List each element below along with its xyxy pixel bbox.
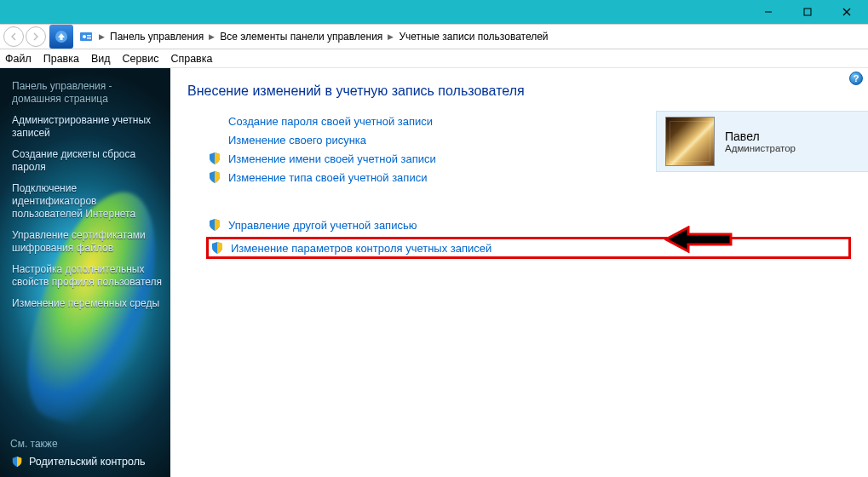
- sidebar-link[interactable]: Подключение идентификаторов пользователе…: [12, 182, 164, 221]
- parental-control-link[interactable]: Родительский контроль: [10, 455, 164, 468]
- sidebar-link[interactable]: Создание дискеты сброса пароля: [12, 148, 164, 174]
- current-user-tile[interactable]: Павел Администратор: [656, 111, 868, 172]
- breadcrumb-middle[interactable]: Все элементы панели управления: [220, 31, 382, 43]
- window-titlebar: [0, 0, 868, 24]
- close-button[interactable]: [827, 0, 866, 24]
- link-change-type[interactable]: Изменение типа своей учетной записи: [228, 171, 427, 184]
- menu-service[interactable]: Сервис: [123, 53, 159, 65]
- svg-rect-7: [87, 35, 91, 37]
- chevron-right-icon: ▶: [209, 32, 215, 41]
- link-manage-other[interactable]: Управление другой учетной записью: [228, 219, 417, 232]
- maximize-button[interactable]: [788, 0, 827, 24]
- chevron-right-icon: ▶: [99, 32, 105, 41]
- main-area: Панель управления - домашняя страница Ад…: [0, 68, 868, 477]
- minimize-button[interactable]: [749, 0, 788, 24]
- back-button[interactable]: [3, 26, 24, 47]
- up-button[interactable]: [49, 25, 73, 49]
- link-change-picture[interactable]: Изменение своего рисунка: [228, 134, 366, 147]
- annotation-arrow-icon: [664, 226, 733, 253]
- see-also-label: См. также: [10, 438, 164, 450]
- help-icon[interactable]: ?: [849, 72, 863, 85]
- shield-icon: [208, 152, 221, 165]
- menu-edit[interactable]: Правка: [43, 53, 79, 65]
- sidebar-link[interactable]: Изменение переменных среды: [12, 297, 164, 310]
- sidebar-home-link[interactable]: Панель управления - домашняя страница: [12, 80, 164, 106]
- breadcrumb[interactable]: ▶ Панель управления ▶ Все элементы панел…: [99, 31, 865, 43]
- menu-view[interactable]: Вид: [91, 53, 111, 65]
- navigation-bar: ▶ Панель управления ▶ Все элементы панел…: [0, 24, 868, 49]
- user-picture: [665, 117, 715, 166]
- user-role: Администратор: [725, 143, 796, 153]
- sidebar-link[interactable]: Управление сертификатами шифрования файл…: [12, 229, 164, 255]
- breadcrumb-current[interactable]: Учетные записи пользователей: [399, 31, 548, 43]
- shield-icon: [210, 241, 224, 255]
- shield-icon: [208, 218, 221, 232]
- svg-rect-8: [87, 37, 91, 39]
- sidebar-link[interactable]: Администрирование учетных записей: [12, 114, 164, 140]
- link-change-uac[interactable]: Изменение параметров контроля учетных за…: [231, 242, 491, 255]
- link-change-name[interactable]: Изменение имени своей учетной записи: [228, 152, 436, 165]
- parental-control-label: Родительский контроль: [29, 456, 145, 468]
- menu-file[interactable]: Файл: [5, 53, 32, 65]
- menu-help[interactable]: Справка: [170, 53, 212, 65]
- chevron-right-icon: ▶: [388, 32, 394, 41]
- forward-button[interactable]: [26, 26, 46, 47]
- shield-icon: [208, 170, 221, 184]
- highlighted-link-row: Изменение параметров контроля учетных за…: [206, 237, 851, 259]
- content-pane: ? Внесение изменений в учетную запись по…: [170, 68, 868, 477]
- sidebar: Панель управления - домашняя страница Ад…: [0, 68, 170, 477]
- svg-point-6: [83, 35, 86, 38]
- control-panel-icon: [78, 29, 94, 44]
- svg-rect-1: [804, 9, 811, 15]
- link-create-password[interactable]: Создание пароля своей учетной записи: [228, 115, 433, 128]
- shield-icon: [10, 455, 24, 468]
- user-name: Павел: [725, 129, 796, 143]
- breadcrumb-root[interactable]: Панель управления: [110, 31, 204, 43]
- menu-bar: Файл Правка Вид Сервис Справка: [0, 49, 868, 68]
- page-title: Внесение изменений в учетную запись поль…: [187, 83, 851, 99]
- sidebar-link[interactable]: Настройка дополнительных свойств профиля…: [12, 263, 164, 289]
